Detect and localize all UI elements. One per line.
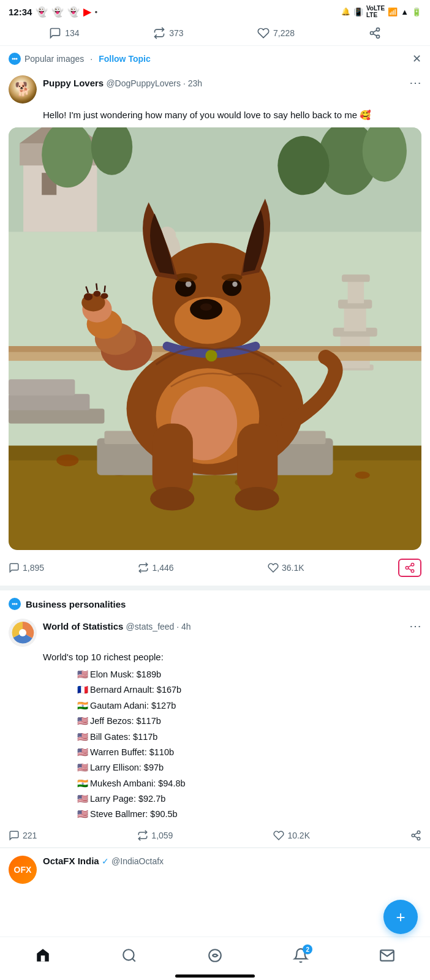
business-section-dot [9, 598, 21, 610]
retweet-action[interactable]: 373 [153, 27, 183, 39]
tweet-2-content: World's top 10 richest people: 🇺🇸Elon Mu… [9, 652, 421, 823]
first-tweet-action-bar: 134 373 7,228 [0, 21, 430, 46]
nav-home-button[interactable] [28, 943, 58, 968]
svg-rect-25 [342, 274, 370, 282]
youtube-icon: ▶ [83, 6, 91, 18]
richlist-item: 🇺🇸Larry Ellison: $97b [77, 760, 421, 775]
business-personalities-header: Business personalities [0, 590, 430, 612]
retweet-count: 373 [169, 28, 183, 38]
svg-rect-67 [237, 423, 277, 497]
status-bar: 12:34 👻 👻 👻 ▶ ● 🔔 📳 VoLTELTE 📶 ▲ 🔋 [0, 0, 430, 21]
svg-point-7 [16, 58, 18, 60]
ghost-icon-1: 👻 [36, 6, 48, 18]
svg-point-81 [417, 831, 420, 834]
tweet-1-like-count: 36.1K [282, 563, 304, 573]
like-action[interactable]: 7,228 [257, 27, 295, 39]
status-left: 12:34 👻 👻 👻 ▶ ● [9, 6, 97, 18]
richlist-item: 🇺🇸Steve Ballmer: $90.5b [77, 807, 421, 822]
tweet-1-comment-btn[interactable]: 1,895 [9, 562, 44, 573]
tweet-3-preview: OFX OctaFX India ✓ @IndiaOctafx [0, 848, 430, 891]
tweet-2-name-row: World of Statistics @stats_feed · 4h ⋯ [43, 619, 421, 633]
topic-label: Popular images · Follow Topic [9, 53, 151, 65]
tweet-1-meta: Puppy Lovers @DogPuppyLovers · 23h ⋯ [43, 75, 421, 90]
tweet-3-name: OctaFX India [43, 856, 99, 866]
svg-line-85 [414, 833, 417, 835]
person-name: Mukesh Ambani: $94.8b [90, 776, 186, 791]
svg-point-76 [12, 603, 14, 605]
vibrate-icon: 📳 [353, 7, 363, 17]
flag-icon: 🇺🇸 [77, 791, 88, 807]
comment-action[interactable]: 134 [49, 27, 79, 39]
nav-search-button[interactable] [114, 943, 145, 968]
svg-point-71 [411, 564, 414, 567]
person-name: Steve Ballmer: $90.5b [90, 807, 178, 822]
tweet-2-retweet-btn[interactable]: 1,059 [137, 830, 173, 841]
heart-icon [257, 27, 270, 39]
tweet-2-intro: World's top 10 richest people: [43, 652, 421, 662]
tweet-1-comment-count: 1,895 [23, 563, 44, 573]
avatar-world-of-stats[interactable] [9, 619, 37, 647]
verified-badge-icon: ✓ [102, 856, 109, 866]
person-name: Bill Gates: $117b [90, 729, 157, 745]
tweet-2-handle: @stats_feed · 4h [126, 622, 191, 631]
tweet-1-image[interactable] [9, 127, 421, 550]
svg-point-86 [123, 949, 134, 960]
svg-point-73 [411, 570, 414, 573]
flag-icon: 🇺🇸 [77, 745, 88, 760]
tweet-3-handle: @IndiaOctafx [111, 856, 164, 866]
svg-rect-22 [344, 306, 366, 331]
svg-rect-24 [348, 280, 364, 304]
tweet-2-header: World of Statistics @stats_feed · 4h ⋯ [9, 619, 421, 647]
tweet-1-handle: @DogPuppyLovers · 23h [106, 78, 202, 88]
tweet-2-like-btn[interactable]: 10.2K [273, 830, 310, 841]
tweet-1-retweet-btn[interactable]: 1,446 [138, 562, 173, 573]
svg-point-0 [376, 28, 379, 31]
dog-photo [9, 127, 421, 550]
tweet-1-retweet-count: 1,446 [152, 563, 173, 573]
compose-tweet-button[interactable]: + [383, 900, 418, 934]
person-name: Bernard Arnault: $167b [90, 682, 181, 698]
tweet-2-meta: World of Statistics @stats_feed · 4h ⋯ [43, 619, 421, 633]
tweet-1-like-btn[interactable]: 36.1K [268, 562, 304, 573]
svg-point-60 [84, 293, 92, 300]
tweet-1-text: Hello! I'm just wondering how many of yo… [9, 108, 421, 121]
person-name: Warren Buffet: $110b [90, 745, 174, 760]
svg-point-1 [370, 32, 373, 35]
share-action[interactable] [369, 27, 381, 39]
flag-icon: 🇺🇸 [77, 807, 88, 822]
popular-images-label: Popular images [25, 54, 84, 64]
tweet-2-comment-btn[interactable]: 221 [9, 830, 37, 841]
flag-icon: 🇫🇷 [77, 682, 88, 698]
nav-spaces-button[interactable] [200, 943, 230, 968]
avatar-puppy-lovers[interactable]: 🐕 [9, 75, 37, 104]
svg-line-87 [132, 959, 135, 962]
topic-dot-icon [9, 53, 21, 65]
notification-badge: 2 [303, 944, 312, 954]
tweet-1-share-btn[interactable] [398, 559, 421, 577]
close-icon[interactable]: ✕ [412, 52, 421, 66]
person-name: Elon Musk: $189b [90, 667, 161, 682]
avatar-octafx[interactable]: OFX [9, 856, 37, 884]
business-personalities-label: Business personalities [26, 599, 126, 609]
pie-chart-icon [10, 620, 35, 645]
tweet-2-more-icon[interactable]: ⋯ [409, 619, 421, 633]
svg-line-64 [96, 284, 97, 290]
svg-point-6 [14, 58, 16, 60]
more-options-icon[interactable]: ⋯ [409, 75, 421, 90]
svg-point-83 [417, 837, 420, 840]
follow-topic-button[interactable]: Follow Topic [99, 54, 151, 64]
svg-point-35 [355, 472, 370, 479]
tweet-1-actions: 1,895 1,446 36.1K [9, 556, 421, 579]
svg-point-78 [16, 603, 18, 605]
svg-point-32 [56, 454, 78, 466]
svg-line-75 [408, 565, 411, 567]
nav-messages-button[interactable] [372, 943, 402, 968]
richlist: 🇺🇸Elon Musk: $189b🇫🇷Bernard Arnault: $16… [43, 667, 421, 823]
nav-notifications-button[interactable]: 2 [285, 943, 316, 968]
popular-images-topic-header: Popular images · Follow Topic ✕ [0, 46, 430, 69]
svg-point-72 [405, 567, 409, 570]
tweet-2-share-btn[interactable] [410, 830, 421, 841]
svg-rect-40 [9, 394, 89, 410]
svg-point-5 [12, 58, 14, 60]
svg-line-74 [408, 568, 411, 570]
